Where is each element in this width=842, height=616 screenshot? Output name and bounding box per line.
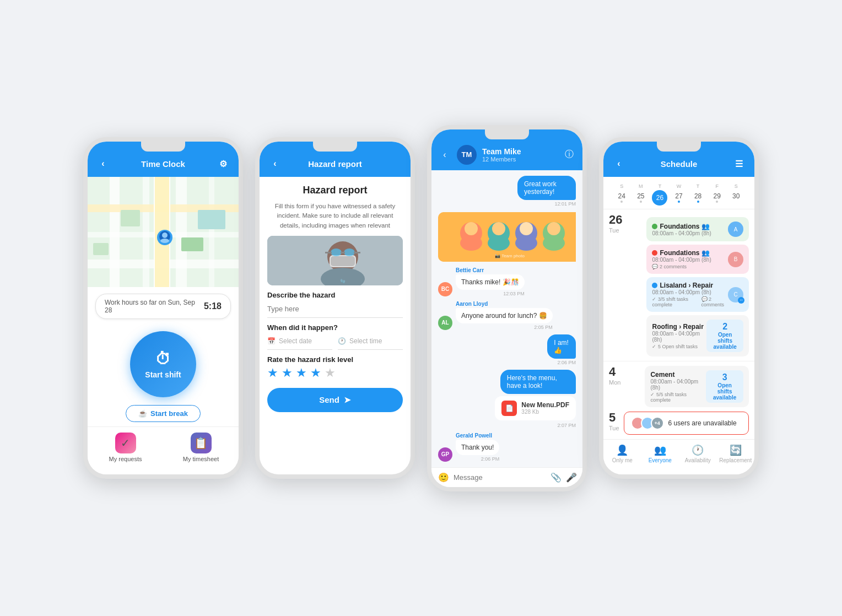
unavailable-label: 6 users are unavailable (668, 419, 737, 427)
day-5-block: 5 Tue (609, 412, 619, 435)
bettie-bubble: Thanks mike! 🎉🎊 (456, 274, 525, 290)
time-selector[interactable]: 🕐 Select time (338, 333, 403, 350)
pdf-icon: 📄 (501, 401, 517, 416)
star-2[interactable]: ★ (282, 366, 293, 380)
unavailable-section: 5 Tue +4 6 users are unavailable (603, 412, 754, 439)
nav-requests[interactable]: ✓ My requests (88, 433, 163, 462)
cal-date-30[interactable]: 30 (726, 190, 746, 206)
cal-date-27[interactable]: 27 (670, 190, 689, 206)
team-name: Team Mike (482, 147, 557, 156)
day-26-name: Tue (609, 227, 622, 234)
card-title-lisaland: Lisaland › Repair (652, 282, 728, 289)
map-area (88, 177, 239, 287)
card-left-3: Lisaland › Repair 08:00am - 04:00pm (8h)… (652, 282, 728, 307)
bettie-name: Bettie Carr (456, 267, 525, 273)
cal-date-24[interactable]: 24 (612, 190, 632, 206)
message-input[interactable] (454, 473, 546, 482)
team-members: 12 Members (482, 156, 557, 163)
microphone-icon[interactable]: 🎤 (566, 472, 577, 483)
back-icon-3[interactable]: ‹ (438, 148, 451, 161)
cal-date-25[interactable]: 25 (632, 190, 651, 206)
everyone-label: Everyone (649, 457, 672, 463)
send-button[interactable]: Send ➤ (267, 388, 403, 412)
chat-info: Team Mike 12 Members (482, 147, 557, 163)
requests-icon: ✓ (121, 436, 130, 450)
day-s2: S (726, 182, 746, 190)
day-4-num: 4 (609, 366, 620, 378)
card-foundations-green[interactable]: Foundations 👥 08:00am - 04:00pm (8h) A (646, 217, 749, 241)
describe-field-group: Describe the hazard (267, 291, 403, 318)
message-time-1: 12:01 PM (554, 201, 576, 207)
star-5[interactable]: ★ (325, 366, 336, 380)
only-me-icon: 👤 (616, 444, 628, 456)
gerald-message-block: Gerald Powell Thank you! 2:06 PM (456, 433, 499, 462)
card-left-4: Roofing › Repair 08:00am - 04:00pm (8h) … (652, 323, 706, 349)
cal-date-29[interactable]: 29 (708, 190, 727, 206)
svg-point-40 (520, 222, 533, 235)
day-t2: T (688, 182, 708, 190)
settings-icon[interactable]: ⚙ (217, 157, 230, 170)
info-icon[interactable]: ⓘ (563, 148, 576, 161)
unavailable-row[interactable]: +4 6 users are unavailable (624, 412, 749, 435)
file-size: 328 Kb (521, 409, 569, 415)
everyone-icon: 👥 (654, 444, 666, 456)
replacement-icon: 🔄 (730, 444, 742, 456)
bettie-text: Thanks mike! 🎉🎊 (461, 278, 519, 286)
cal-date-26[interactable]: 26 (650, 190, 670, 206)
day-26-num-block: 26 Tue (609, 214, 622, 356)
bettie-avatar: BC (438, 282, 452, 296)
time-placeholder: Select time (349, 337, 382, 345)
card-badge-f2: 💬 2 comments (652, 264, 711, 269)
open-shifts-label-cement: Open shiftsavailable (710, 382, 739, 401)
card-cement[interactable]: Cement 08:00am - 04:00pm (8h) ✓ 5/5 shif… (645, 366, 749, 407)
back-icon-1[interactable]: ‹ (96, 157, 110, 170)
gerald-text: Thank you! (461, 444, 494, 451)
describe-input[interactable] (267, 300, 403, 318)
card-foundations-red[interactable]: Foundations 👥 08:00am - 04:00pm (8h) 💬 2… (646, 245, 749, 274)
send-arrow-icon: ➤ (344, 395, 351, 405)
attachment-icon[interactable]: 📎 (550, 472, 562, 483)
back-icon-2[interactable]: ‹ (268, 157, 282, 170)
start-shift-button[interactable]: ⏱ Start shift (130, 331, 196, 397)
aaron-text: Anyone around for lunch? 🍔 (461, 312, 547, 320)
notch-1 (141, 142, 185, 152)
emoji-icon[interactable]: 🙂 (438, 472, 449, 483)
phone-hazard-report: ‹ Hazard report Hazard report Fill this … (255, 137, 415, 479)
tab-everyone[interactable]: 👥 Everyone (641, 444, 679, 463)
card-avatar-lisaland: C ↔ (728, 287, 743, 302)
cal-date-28[interactable]: 28 (688, 190, 708, 206)
replace-icon: ↔ (738, 297, 744, 304)
card-badge-cement: ✓ 5/5 shift tasks complete (650, 392, 706, 403)
open-shifts-roofing: 2 Open shiftsavailable (706, 320, 743, 352)
list-icon[interactable]: ☰ (732, 157, 746, 170)
tab-only-me[interactable]: 👤 Only me (603, 444, 641, 463)
nav-timesheet[interactable]: 📋 My timesheet (163, 433, 239, 462)
schedule-section-26: 26 Tue Foundations 👥 08:00am - 04:00p (603, 209, 754, 361)
status-green-1 (652, 224, 657, 229)
card-lisaland[interactable]: Lisaland › Repair 08:00am - 04:00pm (8h)… (646, 277, 749, 312)
badge-tasks-lisaland: ✓ 3/5 shift tasks complete (652, 296, 697, 307)
svg-point-44 (543, 235, 565, 251)
back-icon-4[interactable]: ‹ (612, 157, 625, 170)
iam-bubble: I am! 👍 (547, 334, 576, 359)
star-rating[interactable]: ★ ★ ★ ★ ★ (267, 366, 403, 380)
star-4[interactable]: ★ (310, 366, 321, 380)
bettie-message-block: Bettie Carr Thanks mike! 🎉🎊 12:03 PM (456, 267, 525, 296)
card-badge-roofing: ✓ 5 Open shift tasks (652, 344, 706, 349)
day-4-num-block: 4 Mon (609, 366, 620, 407)
iam-text: I am! 👍 (554, 339, 569, 354)
start-break-button[interactable]: ☕ Start break (126, 405, 201, 422)
day-f: F (708, 182, 727, 190)
card-roofing[interactable]: Roofing › Repair 08:00am - 04:00pm (8h) … (646, 315, 749, 356)
gerald-bubble: Thank you! (456, 440, 499, 455)
star-3[interactable]: ★ (296, 366, 307, 380)
svg-rect-14 (198, 210, 225, 229)
when-field-group: When did it happen? 📅 Select date 🕐 Sele… (267, 323, 403, 350)
tab-availability[interactable]: 🕐 Availability (679, 444, 717, 463)
tab-replacement[interactable]: 🔄 Replacement (717, 444, 755, 463)
star-1[interactable]: ★ (267, 366, 278, 380)
timesheet-icon-box: 📋 (191, 433, 212, 453)
section-26-header: 26 Tue Foundations 👥 08:00am - 04:00p (609, 214, 749, 356)
start-shift-label: Start shift (145, 370, 181, 379)
date-selector[interactable]: 📅 Select date (267, 333, 332, 350)
